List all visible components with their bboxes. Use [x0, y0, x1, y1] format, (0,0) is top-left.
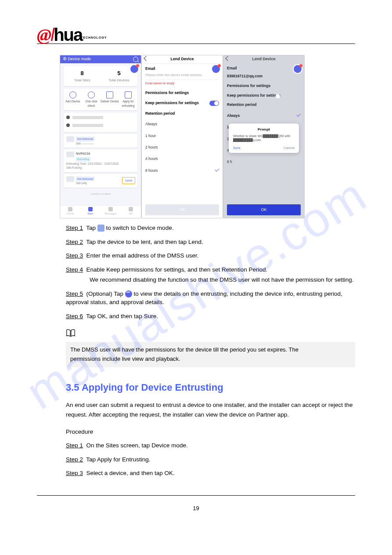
note-block: The DMSS user will have the permissions … — [66, 329, 355, 367]
deliver-device-button[interactable]: Deliver Device — [101, 91, 119, 108]
procedure-label: Procedure — [66, 428, 355, 436]
dialog-cancel-button[interactable]: Cancel — [284, 145, 295, 151]
back-icon-3[interactable] — [225, 56, 230, 61]
step-5: Step 5 (Optional) Tap to view the detail… — [66, 290, 355, 307]
option-1hour[interactable]: 1 hour — [142, 130, 223, 141]
screenshot-row: ⦿ Device mode 8Total Sites 5Total Device… — [60, 55, 355, 218]
device-mode-title: Device mode — [68, 57, 91, 61]
fab-icon-2[interactable] — [211, 64, 221, 74]
tab-home[interactable]: Home — [60, 206, 80, 218]
tab-me[interactable]: Me — [121, 206, 141, 218]
keep-permissions-toggle[interactable] — [209, 101, 219, 106]
device-card-nvr4216[interactable]: NVR4216 Entrusting Entrusting Time: 12/1… — [64, 149, 137, 172]
lend-button-highlight[interactable]: Lend — [122, 177, 135, 184]
book-note-icon — [66, 329, 76, 337]
ok-button-primary[interactable]: OK — [227, 204, 301, 215]
search-icon[interactable] — [133, 57, 138, 62]
divider-bottom — [37, 495, 355, 496]
step-3: Step 3 Enter the email address of the DM… — [66, 251, 355, 260]
option3-always[interactable]: Always — [223, 110, 304, 121]
tab-messages[interactable]: Messages — [101, 206, 121, 218]
step-2: Step 2 Tap the device to be lent, and th… — [66, 238, 355, 247]
dialog-sure-button[interactable]: Sure — [233, 145, 241, 151]
email-value: 839816711@qq.com — [227, 74, 263, 78]
device-card-3[interactable]: Not Delivered Site:willy Lend — [64, 174, 137, 188]
brand-logo: @lhua TECHNOLOGY — [37, 22, 355, 42]
option-8hours[interactable]: 8 hours — [142, 165, 223, 176]
divider-top — [37, 44, 355, 44]
section-3-5-heading: 3.5 Applying for Device Entrusting — [66, 381, 355, 395]
step-6: Step 6 Tap OK, and then tap Sure. — [66, 312, 355, 321]
more-dots-icon — [125, 290, 132, 297]
step-1: Step 1 Tap to switch to Device mode. — [66, 224, 355, 232]
screenshot-lend-device-empty: Lend Device Email Please enter the clien… — [141, 55, 223, 218]
procedure-step-2: Step 2 Tap Apply for Entrusting. — [66, 455, 355, 464]
option-2hours[interactable]: 2 hours — [142, 141, 223, 153]
fab-icon-3[interactable] — [293, 64, 302, 74]
step-4: Step 4 Enable Keep permissions for setti… — [66, 265, 355, 284]
confirm-dialog: Prompt Whether to share WG███████Q50 wit… — [229, 123, 299, 153]
stats-panel: 8Total Sites 5Total Devices — [64, 66, 137, 86]
screenshot-lend-device-prompt: Lend Device Email 839816711@qq.com Permi… — [223, 55, 305, 218]
procedure-step-3: Step 3 Select a device, and then tap OK. — [66, 469, 355, 478]
option-4hours[interactable]: 4 hours — [142, 153, 223, 164]
screenshot-device-mode: ⦿ Device mode 8Total Sites 5Total Device… — [60, 55, 141, 218]
procedure-step-1: Step 1 On the Sites screen, tap Device m… — [66, 441, 355, 450]
quick-actions: Add Device One-click check Deliver Devic… — [64, 89, 137, 110]
dialog-title: Prompt — [233, 127, 295, 132]
retention-section-label: Retention period — [145, 111, 175, 116]
option3-8hours[interactable]: 8 h — [223, 156, 304, 167]
apply-entrusting-button[interactable]: Apply for entrusting — [119, 91, 137, 108]
page-number: 19 — [37, 504, 355, 513]
keep-permissions-label: Keep permissions for settings — [145, 100, 199, 105]
email-label: Email — [145, 66, 155, 71]
permissions-section-label: Permissions for settings — [145, 91, 189, 95]
one-click-check-button[interactable]: One-click check — [82, 91, 101, 108]
device-card-1[interactable]: Not Delivered Site: ———— — [64, 134, 137, 148]
email-error: Email cannot be empty — [145, 81, 219, 85]
device-mode-switch-icon — [97, 225, 104, 232]
section-3-5-paragraph: An end user can submit a request to entr… — [66, 400, 355, 419]
fab-icon[interactable] — [129, 64, 139, 74]
back-icon[interactable] — [144, 56, 148, 61]
bottom-tabs: Home Sites Messages Me — [60, 205, 141, 218]
device-list-top — [64, 113, 137, 132]
option-always[interactable]: Always — [142, 118, 223, 130]
loading-text: Loading complete — [60, 192, 141, 196]
email-input[interactable]: Please enter the client's email address — [145, 73, 219, 80]
lend-device-title: Lend Device — [170, 56, 194, 62]
add-device-button[interactable]: Add Device — [64, 91, 82, 108]
ok-button-disabled[interactable]: OK — [145, 204, 219, 215]
tab-sites[interactable]: Sites — [80, 206, 101, 218]
